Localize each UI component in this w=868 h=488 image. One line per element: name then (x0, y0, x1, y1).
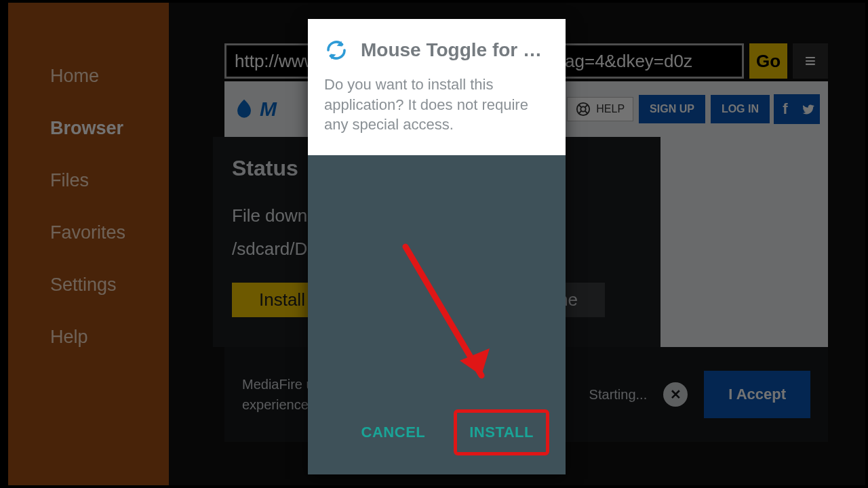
dialog-install-button[interactable]: INSTALL (454, 409, 549, 455)
dialog-body (308, 155, 566, 397)
dialog-header: Mouse Toggle for Fir… Do you want to ins… (308, 19, 566, 155)
refresh-icon (324, 38, 349, 62)
dialog-title: Mouse Toggle for Fir… (361, 39, 549, 61)
install-dialog: Mouse Toggle for Fir… Do you want to ins… (308, 19, 566, 474)
dialog-message: Do you want to install this application?… (324, 75, 549, 135)
app-root: Home Browser Files Favorites Settings He… (3, 3, 865, 485)
dialog-actions: CANCEL INSTALL (308, 397, 566, 474)
dialog-cancel-button[interactable]: CANCEL (349, 413, 438, 452)
